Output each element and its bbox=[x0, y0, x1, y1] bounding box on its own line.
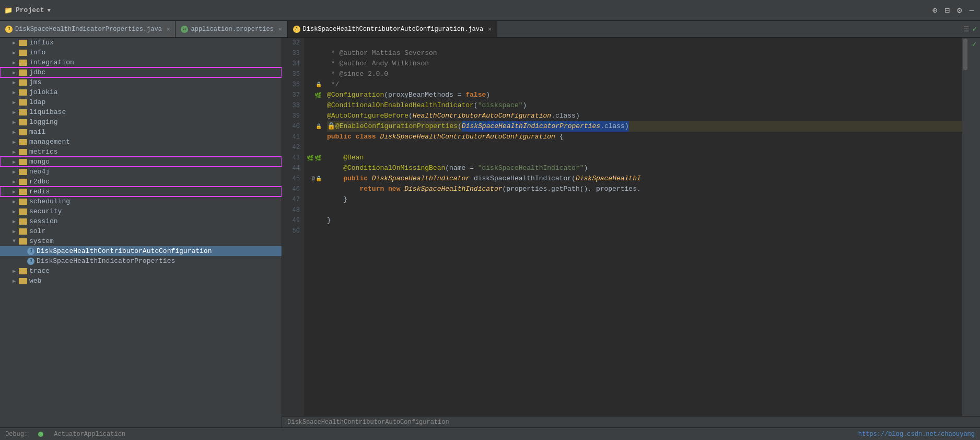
sidebar-item-management[interactable]: ▶ management bbox=[0, 137, 282, 147]
dash-separator: — bbox=[967, 5, 976, 16]
tab1-icon: J bbox=[5, 26, 13, 33]
folder-icon bbox=[19, 70, 27, 76]
code-area[interactable]: 32 33 34 35 36 37 38 39 40 41 42 43 44 4… bbox=[282, 38, 980, 416]
bean-icon-3[interactable]: 🌿 bbox=[314, 155, 322, 161]
sidebar-item-r2dbc[interactable]: ▶ r2dbc bbox=[0, 177, 282, 187]
sidebar-item-system[interactable]: ▼ system bbox=[0, 236, 282, 246]
code-content[interactable]: * @author Mattias Severson * @author And… bbox=[323, 38, 962, 416]
sidebar-item-scheduling[interactable]: ▶ scheduling bbox=[0, 196, 282, 206]
tab2-close[interactable]: ✕ bbox=[278, 26, 282, 32]
sidebar-item-label: DiskSpaceHealthIndicatorProperties bbox=[37, 257, 175, 265]
sidebar-item-label: info bbox=[29, 49, 45, 56]
sidebar-item-label: logging bbox=[29, 118, 58, 126]
code-line-37: @Configuration(proxyBeanMethods = false) bbox=[327, 90, 962, 100]
sidebar-item-jolokia[interactable]: ▶ jolokia bbox=[0, 87, 282, 97]
tab1-label: DiskSpaceHealthIndicatorProperties.java bbox=[15, 26, 162, 33]
folder-icon bbox=[19, 169, 27, 175]
sidebar-item-session[interactable]: ▶ session bbox=[0, 216, 282, 226]
sidebar-item-label: integration bbox=[29, 59, 74, 66]
sidebar-item-security[interactable]: ▶ security bbox=[0, 206, 282, 216]
folder-icon bbox=[19, 228, 27, 235]
sidebar-item-label: management bbox=[29, 138, 70, 146]
sidebar-item-mongo[interactable]: ▶ mongo bbox=[0, 157, 282, 167]
folder-icon bbox=[19, 149, 27, 155]
tab3-icon: J bbox=[293, 26, 300, 33]
tab1-close[interactable]: ✕ bbox=[167, 26, 170, 32]
arrow-icon: ▶ bbox=[10, 189, 18, 195]
line-numbers: 32 33 34 35 36 37 38 39 40 41 42 43 44 4… bbox=[282, 38, 304, 416]
sidebar-item-web[interactable]: ▶ web bbox=[0, 276, 282, 286]
tab2-icon: a bbox=[181, 26, 188, 33]
folder-icon bbox=[19, 50, 27, 56]
sidebar-item-solr[interactable]: ▶ solr bbox=[0, 226, 282, 236]
sidebar-item-label: trace bbox=[29, 267, 50, 275]
layout-icon[interactable]: ⊟ bbox=[942, 4, 952, 17]
sidebar-item-mail[interactable]: ▶ mail bbox=[0, 127, 282, 137]
dropdown-arrow[interactable]: ▼ bbox=[48, 7, 51, 14]
sidebar-item-metrics[interactable]: ▶ metrics bbox=[0, 147, 282, 157]
arrow-icon: ▶ bbox=[10, 70, 18, 76]
sidebar-item-neo4j[interactable]: ▶ neo4j bbox=[0, 167, 282, 177]
code-line-50 bbox=[327, 226, 962, 236]
code-line-34: * @author Andy Wilkinson bbox=[327, 59, 962, 69]
sidebar-item-trace[interactable]: ▶ trace bbox=[0, 266, 282, 276]
vertical-scrollbar[interactable] bbox=[962, 38, 969, 416]
sidebar-item-logging[interactable]: ▶ logging bbox=[0, 117, 282, 127]
sidebar-item-label: solr bbox=[29, 227, 45, 235]
arrow-icon: ▶ bbox=[10, 268, 18, 274]
tab3-close[interactable]: ✕ bbox=[488, 26, 492, 32]
folder-icon bbox=[19, 109, 27, 115]
sidebar-item-influx[interactable]: ▶ influx bbox=[0, 38, 282, 48]
sidebar-item-ldap[interactable]: ▶ ldap bbox=[0, 97, 282, 107]
gutter: 🔒 🌿 🔒 🌿 🌿 bbox=[304, 38, 323, 416]
debug-label: Debug: bbox=[5, 431, 28, 438]
arrow-icon: ▶ bbox=[10, 119, 18, 125]
code-line-48 bbox=[327, 205, 962, 215]
tab-settings-icon[interactable]: ☰ bbox=[963, 25, 970, 33]
sidebar-item-disk-properties[interactable]: J DiskSpaceHealthIndicatorProperties bbox=[0, 256, 282, 266]
arrow-icon: ▶ bbox=[10, 40, 18, 46]
class-bar: DiskSpaceHealthContributorAutoConfigurat… bbox=[282, 416, 980, 427]
sidebar-item-label: jdbc bbox=[29, 68, 45, 76]
folder-icon bbox=[19, 268, 27, 274]
top-toolbar: 📁 Project ▼ ⊕ ⊟ ⚙ — bbox=[0, 0, 980, 21]
scrollbar-thumb[interactable] bbox=[963, 39, 967, 70]
tab-disk-properties[interactable]: J DiskSpaceHealthIndicatorProperties.jav… bbox=[0, 21, 176, 37]
globe-icon[interactable]: ⊕ bbox=[930, 4, 940, 17]
sidebar-item-label: r2dbc bbox=[29, 178, 50, 186]
sidebar-item-jdbc[interactable]: ▶ jdbc bbox=[0, 67, 282, 77]
sidebar-item-redis[interactable]: ▶ redis bbox=[0, 187, 282, 196]
code-line-33: * @author Mattias Severson bbox=[327, 48, 962, 59]
debug-app-label: ActuatorApplication bbox=[54, 431, 125, 438]
lock-icon: 🔒 bbox=[316, 82, 322, 88]
sidebar-item-jms[interactable]: ▶ jms bbox=[0, 77, 282, 87]
bean-icon-2[interactable]: 🌿 bbox=[307, 155, 314, 161]
sidebar-item-label: system bbox=[29, 237, 54, 245]
settings-icon[interactable]: ⚙ bbox=[955, 4, 964, 17]
sidebar-item-disk-auto-config[interactable]: J DiskSpaceHealthContributorAutoConfigur… bbox=[0, 246, 282, 256]
sidebar-item-label: ldap bbox=[29, 98, 45, 106]
sidebar-item-integration[interactable]: ▶ integration bbox=[0, 57, 282, 67]
tab-application-properties[interactable]: a application.properties ✕ bbox=[176, 21, 287, 37]
arrow-icon: ▶ bbox=[10, 278, 18, 284]
folder-icon bbox=[19, 199, 27, 205]
code-line-35: * @since 2.0.0 bbox=[327, 69, 962, 79]
tab-disk-auto-config[interactable]: J DiskSpaceHealthContributorAutoConfigur… bbox=[288, 21, 497, 37]
folder-icon bbox=[19, 139, 27, 145]
code-line-42 bbox=[327, 142, 962, 153]
java-icon: J bbox=[27, 258, 34, 265]
code-line-41: public class DiskSpaceHealthContributorA… bbox=[327, 132, 962, 142]
folder-icon bbox=[19, 238, 27, 245]
sidebar-item-info[interactable]: ▶ info bbox=[0, 48, 282, 57]
sidebar-item-label: influx bbox=[29, 39, 54, 47]
lock-icon-3: 🔒 bbox=[316, 176, 322, 182]
main-layout: ▶ influx ▶ info ▶ integration ▶ jdbc ▶ j… bbox=[0, 38, 980, 427]
debug-dot bbox=[38, 432, 43, 437]
sidebar-item-liquibase[interactable]: ▶ liquibase bbox=[0, 107, 282, 117]
folder-icon bbox=[19, 209, 27, 215]
folder-icon bbox=[19, 119, 27, 125]
at-icon: @ bbox=[311, 176, 315, 182]
arrow-icon: ▶ bbox=[10, 209, 18, 215]
right-indicator: ✓ bbox=[969, 38, 980, 416]
bean-icon-1[interactable]: 🌿 bbox=[314, 92, 322, 99]
